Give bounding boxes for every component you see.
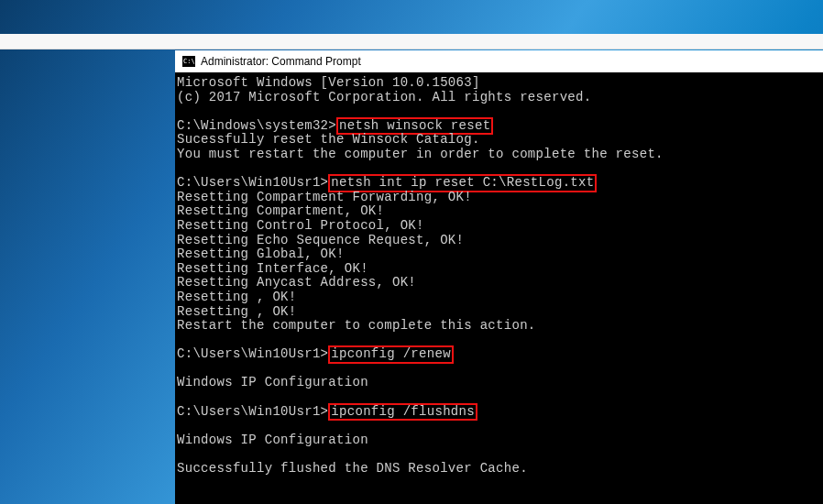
- console-prompt: C:\Users\Win10Usr1>: [177, 175, 328, 190]
- console-line: Microsoft Windows [Version 10.0.15063]: [177, 75, 480, 90]
- console-line: Resetting Compartment, OK!: [177, 203, 384, 218]
- console-line: Resetting Control Protocol, OK!: [177, 218, 424, 233]
- console-prompt: C:\Windows\system32>: [177, 118, 336, 133]
- console-line: Resetting Anycast Address, OK!: [177, 275, 416, 290]
- highlighted-command: ipconfig /flushdns: [328, 403, 477, 422]
- console-line: (c) 2017 Microsoft Corporation. All righ…: [177, 90, 591, 104]
- console-line: Successfully flushed the DNS Resolver Ca…: [177, 461, 528, 476]
- console-line: Windows IP Configuration: [177, 375, 368, 389]
- console-prompt: C:\Users\Win10Usr1>: [177, 404, 328, 419]
- title-bar[interactable]: C:\ Administrator: Command Prompt: [175, 50, 823, 72]
- console-line: Sucessfully reset the Winsock Catalog.: [177, 132, 480, 147]
- console-line: You must restart the computer in order t…: [177, 147, 664, 161]
- console-line: Resetting , OK!: [177, 304, 297, 319]
- console-prompt: C:\Users\Win10Usr1>: [177, 346, 328, 361]
- console-line: Resetting Interface, OK!: [177, 261, 368, 276]
- console-line: Resetting Global, OK!: [177, 247, 345, 261]
- console-output[interactable]: Microsoft Windows [Version 10.0.15063] (…: [175, 72, 823, 504]
- command-prompt-window: C:\ Administrator: Command Prompt Micros…: [175, 50, 823, 504]
- console-line: Restart the computer to complete this ac…: [177, 318, 536, 333]
- cmd-icon: C:\: [182, 56, 195, 67]
- console-line: Windows IP Configuration: [177, 433, 368, 447]
- window-title: Administrator: Command Prompt: [201, 55, 361, 68]
- console-line: Resetting Compartment Forwarding, OK!: [177, 190, 472, 204]
- highlighted-command: ipconfig /renew: [328, 345, 454, 364]
- console-line: Resetting , OK!: [177, 290, 297, 304]
- browser-chrome-strip: [0, 34, 823, 49]
- console-line: Resetting Echo Sequence Request, OK!: [177, 233, 464, 247]
